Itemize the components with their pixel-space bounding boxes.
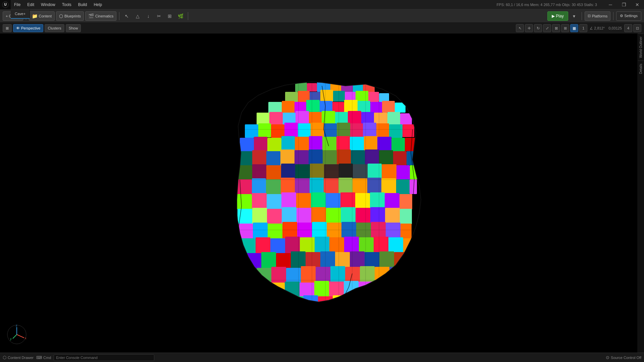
svg-rect-157 (276, 253, 291, 268)
vp-grid-button[interactable]: ▦ (570, 24, 578, 32)
content-button[interactable]: 📁 Content (29, 11, 55, 21)
svg-rect-42 (245, 124, 258, 138)
svg-rect-120 (252, 208, 267, 225)
svg-rect-168 (286, 268, 301, 283)
svg-rect-130 (400, 209, 412, 224)
toolbar-right: ▶ Play ▾ ⊡ Platforms ⚙ Settings (547, 11, 641, 21)
cave-svg (205, 79, 439, 307)
svg-rect-74 (323, 150, 337, 166)
svg-rect-127 (356, 208, 370, 225)
svg-rect-87 (324, 164, 339, 180)
svg-rect-156 (261, 252, 276, 269)
restore-button[interactable]: ❐ (617, 0, 631, 9)
vp-camera-btn[interactable]: 4 (624, 24, 632, 32)
mesh-paint-button[interactable]: ⊞ (165, 11, 174, 21)
svg-rect-40 (387, 112, 400, 125)
svg-rect-132 (253, 223, 268, 239)
minimize-button[interactable]: ─ (604, 0, 617, 9)
cinematics-button[interactable]: 🎬 Cinematics (85, 11, 116, 21)
play-button[interactable]: ▶ Play (547, 11, 568, 21)
svg-rect-48 (324, 123, 337, 137)
close-button[interactable]: ✕ (631, 0, 644, 9)
cmd-icon: ⌨ (36, 355, 42, 360)
svg-rect-45 (284, 123, 298, 138)
ue-logo[interactable]: U (0, 0, 11, 9)
lower-terrain-button[interactable]: ↓ (144, 11, 153, 21)
brush-settings-button[interactable]: ✂ (154, 11, 164, 21)
svg-rect-69 (252, 150, 266, 166)
viewport-layout-button[interactable]: ⊞ (3, 24, 12, 32)
svg-rect-113 (326, 193, 340, 210)
menu-help[interactable]: Help (90, 0, 105, 9)
menu-tools[interactable]: Tools (59, 0, 75, 9)
svg-rect-129 (385, 208, 400, 225)
console-input[interactable] (54, 354, 154, 361)
foliage-button[interactable]: 🌿 (176, 11, 185, 21)
cinematics-icon: 🎬 (88, 13, 94, 19)
select-mode-button[interactable]: ↖ (122, 11, 131, 21)
clusters-button[interactable]: Clusters (45, 24, 64, 32)
svg-rect-117 (385, 193, 399, 210)
world-outliner-tab[interactable]: World Outliner (638, 34, 644, 61)
toolbar: + Create 📁 Content ⬡ Blueprints 🎬 Cinema… (0, 9, 644, 23)
vp-select-tool[interactable]: ↖ (516, 24, 524, 32)
viewport-right-tools: ↖ ✛ ↻ ⤢ ⊠ ⊞ ▦ 1 ∠ 2,812° 0,03125 4 ⊡ (516, 24, 641, 32)
vp-transform-tool[interactable]: ⊠ (552, 24, 560, 32)
svg-rect-76 (351, 150, 365, 166)
svg-rect-47 (311, 123, 324, 138)
vp-grid-size-btn[interactable]: 1 (579, 24, 587, 32)
svg-rect-171 (330, 266, 345, 284)
svg-rect-119 (237, 209, 252, 224)
svg-rect-3 (295, 82, 307, 92)
svg-rect-144 (256, 237, 270, 254)
x-axis-label: x (25, 337, 26, 340)
platforms-icon: ⊡ (588, 14, 591, 18)
cmd-button[interactable]: ⌨ Cmd (36, 355, 51, 360)
z-axis-label: z (16, 324, 17, 327)
blueprints-button[interactable]: ⬡ Blueprints (56, 11, 84, 21)
menu-build[interactable]: Build (75, 0, 91, 9)
menu-file[interactable]: File (11, 0, 24, 9)
content-icon: 📁 (32, 13, 38, 19)
viewport-toolbar: ⊞ 👁 Perspective Clusters Show ↖ ✛ ↻ ⤢ ⊠ … (0, 23, 644, 34)
right-panel: World Outliner Details (637, 34, 644, 353)
toolbar-separator-3 (188, 12, 188, 20)
svg-text:U: U (4, 3, 6, 6)
vp-rotate-tool[interactable]: ↻ (534, 24, 542, 32)
play-options-button[interactable]: ▾ (570, 11, 579, 21)
menu-edit[interactable]: Edit (24, 0, 38, 9)
project-tab[interactable]: Cave+ (11, 9, 30, 19)
svg-rect-125 (326, 208, 341, 225)
source-control-icon: ⊙ (606, 355, 609, 360)
vp-maximize-btn[interactable]: ⊡ (633, 24, 641, 32)
perspective-button[interactable]: 👁 Perspective (13, 24, 43, 32)
title-bar: U File Edit Window Tools Build Help Cave… (0, 0, 644, 9)
svg-rect-65 (377, 137, 391, 152)
perf-stats: FPS: 60,1 / 16,6 ms Mem: 4 265,77 mb Obj… (496, 3, 597, 7)
svg-rect-98 (295, 178, 310, 195)
platforms-button[interactable]: ⊡ Platforms (585, 11, 610, 21)
svg-rect-27 (370, 102, 382, 114)
vp-scale-tool[interactable]: ⤢ (543, 24, 551, 32)
svg-rect-14 (333, 91, 345, 102)
menu-window[interactable]: Window (38, 0, 59, 9)
vp-move-tool[interactable]: ✛ (525, 24, 533, 32)
details-tab[interactable]: Details (638, 61, 644, 77)
svg-rect-111 (296, 193, 311, 210)
y-axis-label: y (10, 337, 12, 341)
window-controls: ─ ❐ ✕ (604, 0, 644, 9)
axis-gizmo: x y z (7, 324, 27, 345)
landscape-mode-button[interactable]: △ (133, 11, 142, 21)
show-button[interactable]: Show (66, 24, 81, 32)
svg-rect-142 (400, 224, 412, 239)
svg-rect-109 (267, 194, 281, 209)
source-control-status[interactable]: ⊙ Source Control Off (606, 355, 641, 360)
svg-rect-55 (240, 138, 254, 152)
svg-rect-95 (252, 178, 266, 195)
settings-button[interactable]: ⚙ Settings (616, 11, 641, 21)
content-drawer-button[interactable]: ⬡ Content Drawer (3, 355, 34, 360)
svg-rect-107 (237, 194, 252, 209)
vp-snap-tool[interactable]: ⊞ (561, 24, 569, 32)
svg-rect-164 (379, 251, 394, 269)
blueprints-icon: ⬡ (59, 13, 63, 19)
